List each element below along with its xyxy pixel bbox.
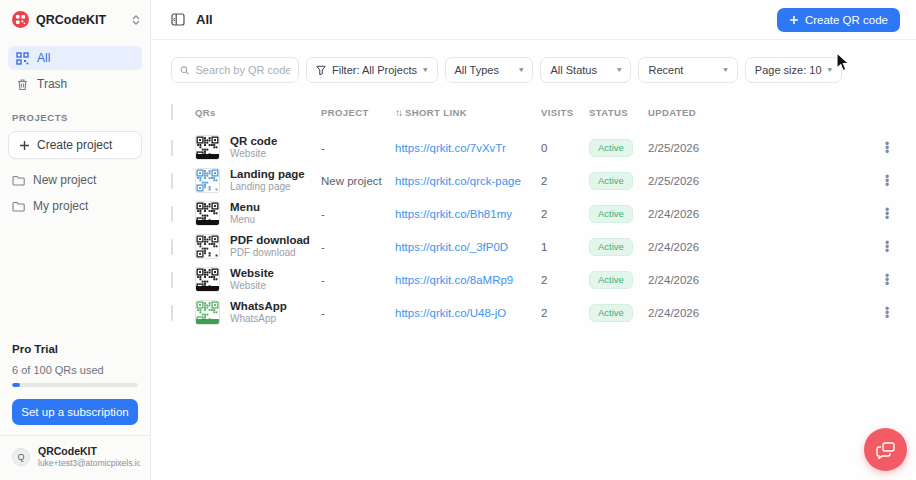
sidebar-item-trash[interactable]: Trash [8,72,142,96]
short-link[interactable]: https://qrkit.co/8aMRp9 [395,274,541,286]
qr-name: QR code [230,135,277,149]
column-header-qrs: QRs [195,107,321,118]
short-link[interactable]: https://qrkit.co/_3fP0D [395,241,541,253]
usage-progress-bar [12,383,138,387]
project-cell: - [321,241,395,253]
qr-type: Website [230,280,274,292]
status-badge: Active [589,205,633,223]
qr-name: WhatsApp [230,300,287,314]
sidebar-item-all[interactable]: All [8,46,142,70]
plan-name: Pro Trial [12,343,138,355]
row-menu-button[interactable]: ••• [874,274,900,286]
sidebar-spacer [0,219,150,337]
row-checkbox[interactable] [171,239,173,255]
workspace-caret-icon[interactable] [132,15,140,25]
search-box [171,57,299,83]
sort-dropdown[interactable]: Recent ▾ [638,57,737,83]
account-email: luke+test3@atomicpixels.io [38,458,140,469]
table-body: QR code Website - https://qrkit.co/7vXvT… [171,131,900,329]
qr-name: Menu [230,201,260,215]
row-checkbox[interactable] [171,140,173,156]
row-menu-button[interactable]: ••• [874,142,900,154]
create-project-button[interactable]: Create project [8,131,142,159]
row-checkbox[interactable] [171,206,173,222]
account-name: QRCodeKIT [38,445,140,458]
project-cell: - [321,274,395,286]
updated-cell: 2/24/2026 [648,241,744,253]
sidebar-project-new-project[interactable]: New project [0,167,150,193]
short-link[interactable]: https://qrkit.co/7vXvTr [395,142,541,154]
plan-usage-box: Pro Trial 6 of 100 QRs used Set up a sub… [0,337,150,435]
table-row: WhatsApp WhatsApp - https://qrkit.co/U48… [171,296,900,329]
chat-bubbles-icon [876,441,896,459]
visits-cell: 2 [541,175,589,187]
short-link[interactable]: https://qrkit.co/U48-jO [395,307,541,319]
create-qr-code-button[interactable]: Create QR code [777,8,900,32]
status-filter-label: All Status [550,64,596,76]
qr-thumbnail [195,234,220,259]
funnel-icon [316,65,326,75]
page-size-dropdown[interactable]: Page size: 10 ▾ [745,57,842,83]
visits-cell: 2 [541,208,589,220]
row-menu-button[interactable]: ••• [874,175,900,187]
sort-label: Recent [648,64,683,76]
row-checkbox[interactable] [171,305,173,321]
type-filter-dropdown[interactable]: All Types ▾ [445,57,534,83]
page-title: All [196,12,777,27]
visits-cell: 1 [541,241,589,253]
qr-thumbnail [195,267,220,292]
column-header-short-link[interactable]: ↑↓ SHORT LINK [395,107,541,118]
app-title: QRCodeKIT [36,13,125,27]
qr-name: PDF download [230,234,310,248]
row-menu-button[interactable]: ••• [874,208,900,220]
avatar: Q [12,448,30,466]
chat-widget-button[interactable] [864,428,907,471]
status-filter-dropdown[interactable]: All Status ▾ [540,57,631,83]
table-row: PDF download PDF download - https://qrki… [171,230,900,263]
row-menu-button[interactable]: ••• [874,241,900,253]
search-input[interactable] [195,64,290,76]
short-link[interactable]: https://qrkit.co/qrck-page [395,175,541,187]
status-badge: Active [589,304,633,322]
qr-type: Menu [230,214,260,226]
short-link[interactable]: https://qrkit.co/Bh81my [395,208,541,220]
row-checkbox[interactable] [171,272,173,288]
status-badge: Active [589,271,633,289]
sidebar-item-label: Trash [37,77,67,91]
column-header-status: STATUS [589,107,648,118]
page-size-label: Page size: 10 [755,64,822,76]
qr-type: Website [230,148,277,160]
table-row: Menu Menu - https://qrkit.co/Bh81my 2 Ac… [171,197,900,230]
main-content: All Create QR code Filter: All Projects … [151,0,916,480]
plus-icon [19,140,30,151]
plus-icon [789,15,799,25]
trash-icon [16,78,29,91]
status-badge: Active [589,238,633,256]
workspace-switcher[interactable]: QRCodeKIT [0,0,150,38]
table-row: Website Website - https://qrkit.co/8aMRp… [171,263,900,296]
qr-type: Landing page [230,181,305,193]
collapse-sidebar-icon[interactable] [171,13,185,26]
column-header-project: PROJECT [321,107,395,118]
row-checkbox[interactable] [171,173,173,189]
status-badge: Active [589,139,633,157]
account-menu[interactable]: Q QRCodeKIT luke+test3@atomicpixels.io [0,435,150,480]
updated-cell: 2/25/2026 [648,175,744,187]
row-menu-button[interactable]: ••• [874,307,900,319]
page-header: All Create QR code [151,0,916,40]
project-label: My project [33,199,88,213]
select-all-checkbox[interactable] [171,104,173,120]
project-cell: - [321,142,395,154]
subscribe-button[interactable]: Set up a subscription [12,399,138,425]
updated-cell: 2/24/2026 [648,274,744,286]
project-label: New project [33,173,96,187]
sort-arrows-icon: ↑↓ [395,107,401,118]
sidebar-project-my-project[interactable]: My project [0,193,150,219]
search-icon [180,65,189,76]
qr-thumbnail [195,201,220,226]
column-header-visits: VISITS [541,107,589,118]
project-filter-dropdown[interactable]: Filter: All Projects ▾ [306,57,438,83]
visits-cell: 2 [541,307,589,319]
app-logo-icon [12,11,29,28]
updated-cell: 2/24/2026 [648,307,744,319]
